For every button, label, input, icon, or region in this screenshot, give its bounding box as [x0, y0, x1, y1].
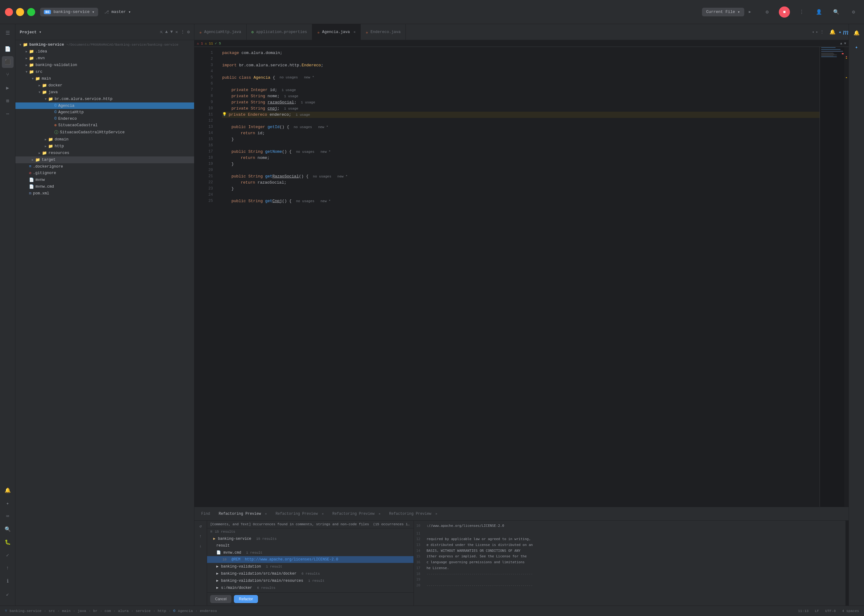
- status-indent[interactable]: 4 spaces: [842, 609, 859, 613]
- tree-item-endereco[interactable]: © Endereco: [16, 115, 194, 122]
- tree-item-main[interactable]: ▼ 📁 main: [16, 75, 194, 82]
- tab-application-properties[interactable]: ⚙ application.properties: [247, 24, 313, 40]
- tree-item-dockerignore[interactable]: ≡ .dockerignore: [16, 163, 194, 170]
- tree-item-src[interactable]: ▼ 📁 src: [16, 69, 194, 75]
- tree-item-gitignore[interactable]: ⊘ .gitignore: [16, 170, 194, 176]
- tree-item-idea[interactable]: ▶ 📁 .idea: [16, 48, 194, 55]
- btab-close-icon[interactable]: ✕: [265, 512, 267, 516]
- find-item-total[interactable]: ≡ 15 results: [207, 528, 413, 535]
- find-item-banking-docker[interactable]: ▶ banking-validation/src/main/docker 6 r…: [207, 570, 413, 577]
- sidebar-icon-hamburger[interactable]: ☰: [2, 27, 14, 39]
- ai-icon[interactable]: ✦: [839, 29, 842, 35]
- find-item-rem-match[interactable]: 10 @REM http://www.apache.org/licenses/L…: [207, 556, 413, 563]
- find-down-icon[interactable]: ↓: [196, 542, 205, 550]
- btab-refactoring-3[interactable]: Refactoring Preview ✕: [328, 511, 384, 517]
- sidebar-icon-plugins[interactable]: ⊞: [2, 95, 14, 107]
- sidebar-icon-git[interactable]: ⑂: [2, 69, 14, 81]
- find-item-main-docker[interactable]: ▶ s:/main/docker 6 results: [207, 584, 413, 591]
- sidebar-icon-info[interactable]: ℹ: [2, 575, 14, 587]
- panel-action-more[interactable]: ⋮: [181, 29, 185, 35]
- btab-find[interactable]: Find: [198, 511, 214, 517]
- btab-refactoring-4[interactable]: Refactoring Preview ✕: [385, 511, 441, 517]
- project-selector[interactable]: BS banking-service ▾: [40, 8, 98, 16]
- build-settings-button[interactable]: ⚙: [762, 6, 773, 17]
- cancel-button[interactable]: Cancel: [210, 595, 231, 603]
- panel-action-settings[interactable]: ⚙: [187, 29, 190, 35]
- code-area[interactable]: package com.alura.domain; import br.com.…: [216, 47, 820, 507]
- find-item-banking-val[interactable]: ▶ banking-validation 1 result: [207, 563, 413, 570]
- sidebar-icon-ai[interactable]: ✦: [2, 498, 14, 509]
- tree-item-situacao[interactable]: ⊕ SituacaoCadastral: [16, 122, 194, 129]
- tree-item-situacaohttp[interactable]: ⓘ SituacaoCadastralHttpService: [16, 129, 194, 136]
- find-up-icon[interactable]: ↑: [196, 532, 205, 541]
- btab-close-icon[interactable]: ✕: [379, 512, 380, 516]
- refactor-button[interactable]: Refactor: [234, 595, 258, 603]
- tree-item-agencia[interactable]: © Agencia: [16, 102, 194, 109]
- status-line-ending[interactable]: LF: [815, 609, 819, 613]
- maximize-button[interactable]: [27, 8, 35, 16]
- sidebar-icon-git2[interactable]: ↑: [2, 562, 14, 574]
- sidebar-icon-search[interactable]: 🔍: [2, 523, 14, 535]
- current-file-button[interactable]: Current File ▾: [702, 8, 744, 16]
- btab-close-icon[interactable]: ✕: [322, 512, 324, 516]
- tab-more-icon[interactable]: ⋮: [820, 30, 824, 34]
- tree-item-mvn[interactable]: ▶ 📁 .mvn: [16, 55, 194, 62]
- refactoring-results[interactable]: 10://www.apache.org/licenses/LICENSE-2.0…: [414, 521, 845, 605]
- tree-item-mvnw[interactable]: 📄 mvnw: [16, 176, 194, 183]
- sidebar-icon-run[interactable]: ▶: [2, 82, 14, 94]
- btab-refactoring-1[interactable]: Refactoring Preview ✕: [215, 511, 271, 517]
- bottom-scrollbar[interactable]: [845, 521, 848, 605]
- close-button[interactable]: [5, 8, 13, 16]
- panel-action-close[interactable]: ✕: [175, 29, 178, 35]
- tab-agenciahttp[interactable]: ☕ AgenciaHttp.java: [195, 24, 247, 40]
- sidebar-icon-more[interactable]: ⋯: [2, 108, 14, 120]
- tree-item-target[interactable]: ▶ 📁 target: [16, 157, 194, 163]
- panel-action-down[interactable]: ▼: [170, 29, 173, 35]
- panel-action-up[interactable]: ▲: [165, 29, 168, 35]
- sidebar-icon-bottom[interactable]: ↙: [2, 588, 14, 600]
- tab-close-icon[interactable]: ✕: [353, 30, 356, 34]
- find-item-result[interactable]: result: [207, 542, 413, 549]
- find-item-mvnwcmd[interactable]: 📄 mvnw.cmd 1 result: [207, 549, 413, 556]
- tab-agencia[interactable]: ☕ Agencia.java ✕: [312, 24, 361, 40]
- tab-right-icon[interactable]: ▸: [816, 30, 818, 34]
- tree-item-package-http[interactable]: ▼ 📁 br.com.alura.service.http: [16, 96, 194, 102]
- branch-selector[interactable]: ⎇ master ▾: [104, 9, 131, 14]
- right-panel-icon-notifications[interactable]: 🔔: [851, 27, 862, 39]
- tree-item-java[interactable]: ▼ 📁 java: [16, 89, 194, 96]
- find-item-banking-resources[interactable]: ▶ banking-validation/src/main/resources …: [207, 577, 413, 584]
- right-panel-icon-ai[interactable]: ✦: [851, 41, 862, 53]
- status-position[interactable]: 11:13: [798, 609, 809, 613]
- tree-item-pomxml[interactable]: m pom.xml: [16, 190, 194, 196]
- bulb-icon[interactable]: 💡: [222, 112, 227, 118]
- find-refresh-icon[interactable]: ↺: [196, 522, 205, 531]
- settings-button[interactable]: ⚙: [848, 6, 859, 17]
- minimize-button[interactable]: [16, 8, 24, 16]
- sidebar-icon-tasks[interactable]: ✓: [2, 549, 14, 561]
- tree-item-domain[interactable]: ▶ 📁 domain: [16, 136, 194, 143]
- find-item-group-service[interactable]: ▶ banking-service 15 results: [207, 535, 413, 542]
- profile-button[interactable]: 👤: [814, 6, 825, 17]
- status-encoding[interactable]: UTF-8: [825, 609, 836, 613]
- sidebar-icon-terminal[interactable]: ⌨: [2, 511, 14, 522]
- tree-item-mvnwcmd[interactable]: 📄 mvnw.cmd: [16, 183, 194, 190]
- tree-item-docker[interactable]: ▶ 📁 docker: [16, 82, 194, 89]
- stop-button[interactable]: ■: [779, 6, 790, 17]
- tree-item-resources[interactable]: ▶ 📁 resources: [16, 150, 194, 157]
- tab-left-icon[interactable]: ◂: [812, 30, 814, 34]
- editor-scrollbar[interactable]: [844, 47, 848, 507]
- scroll-up-icon[interactable]: ▲: [840, 42, 842, 46]
- panel-action-external[interactable]: ⇱: [160, 29, 163, 35]
- tree-item-agenciahttp[interactable]: © AgenciaHttp: [16, 109, 194, 115]
- search-button[interactable]: 🔍: [831, 6, 842, 17]
- sidebar-icon-project[interactable]: ⬛: [2, 56, 14, 68]
- notification-bell-icon[interactable]: 🔔: [829, 29, 836, 35]
- tree-item-banking-validation[interactable]: ▶ 📁 banking-validation: [16, 62, 194, 69]
- btab-refactoring-2[interactable]: Refactoring Preview ✕: [272, 511, 327, 517]
- tree-item-root[interactable]: ▼ 📁 banking-service ~/Documents/PROGRAMA…: [16, 41, 194, 48]
- scroll-down-icon[interactable]: ▼: [844, 42, 846, 46]
- sidebar-icon-bookmark[interactable]: 📄: [2, 43, 14, 55]
- more-actions-button[interactable]: ⋮: [796, 6, 807, 17]
- sidebar-icon-notifications[interactable]: 🔔: [2, 484, 14, 496]
- tab-endereco[interactable]: ☕ Endereco.java: [361, 24, 406, 40]
